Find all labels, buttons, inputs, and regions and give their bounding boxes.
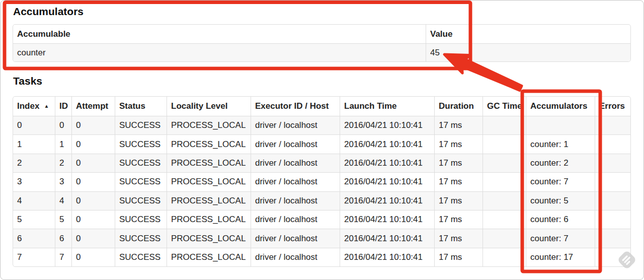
- cell-index: 5: [13, 210, 55, 229]
- col-header-gc-time[interactable]: GC Time: [482, 97, 526, 116]
- cell-accumulators: counter: 17: [526, 248, 595, 266]
- cell-accumulators: [526, 116, 595, 134]
- cell-gc-time: [482, 134, 526, 153]
- cell-attempt: 0: [71, 210, 115, 229]
- cell-accumulators: counter: 2: [526, 154, 595, 172]
- cell-locality-level: PROCESS_LOCAL: [167, 191, 251, 210]
- cell-attempt: 0: [71, 172, 115, 191]
- cell-attempt: 0: [71, 154, 115, 172]
- cell-duration: 17 ms: [434, 229, 482, 247]
- cell-duration: 17 ms: [434, 191, 482, 210]
- cell-launch-time: 2016/04/21 10:10:41: [340, 248, 434, 266]
- cell-duration: 17 ms: [434, 116, 482, 134]
- tasks-table: Index▲ ID Attempt Status Locality Level …: [13, 96, 631, 267]
- col-header-id[interactable]: ID: [55, 97, 71, 116]
- cell-executor-id-host: driver / localhost: [251, 191, 340, 210]
- cell-launch-time: 2016/04/21 10:10:41: [340, 210, 434, 229]
- cell-status: SUCCESS: [115, 191, 167, 210]
- cell-executor-id-host: driver / localhost: [251, 248, 340, 266]
- task-row: 220SUCCESSPROCESS_LOCALdriver / localhos…: [13, 154, 630, 172]
- cell-id: 5: [55, 210, 71, 229]
- cell-status: SUCCESS: [115, 116, 167, 134]
- cell-executor-id-host: driver / localhost: [251, 134, 340, 153]
- cell-index: 4: [13, 191, 55, 210]
- cell-launch-time: 2016/04/21 10:10:41: [340, 154, 434, 172]
- cell-index: 0: [13, 116, 55, 134]
- cell-launch-time: 2016/04/21 10:10:41: [340, 134, 434, 153]
- task-row: 770SUCCESSPROCESS_LOCALdriver / localhos…: [13, 248, 630, 266]
- col-header-status[interactable]: Status: [115, 97, 167, 116]
- cell-errors: [595, 134, 630, 153]
- cell-status: SUCCESS: [115, 210, 167, 229]
- cell-attempt: 0: [71, 191, 115, 210]
- accumulable-row: counter45: [13, 43, 630, 61]
- cell-status: SUCCESS: [115, 134, 167, 153]
- cell-gc-time: [482, 154, 526, 172]
- cell-index: 6: [13, 229, 55, 247]
- cell-errors: [595, 154, 630, 172]
- cell-errors: [595, 116, 630, 134]
- accumulators-table: Accumulable Value counter45: [13, 24, 631, 62]
- cell-accumulators: counter: 5: [526, 191, 595, 210]
- cell-id: 2: [55, 154, 71, 172]
- cell-status: SUCCESS: [115, 248, 167, 266]
- cell-gc-time: [482, 191, 526, 210]
- cell-locality-level: PROCESS_LOCAL: [167, 229, 251, 247]
- cell-duration: 17 ms: [434, 154, 482, 172]
- cell-errors: [595, 172, 630, 191]
- cell-value: 45: [426, 43, 630, 61]
- cell-id: 0: [55, 116, 71, 134]
- col-header-attempt[interactable]: Attempt: [71, 97, 115, 116]
- task-row: 000SUCCESSPROCESS_LOCALdriver / localhos…: [13, 116, 630, 134]
- cell-id: 6: [55, 229, 71, 247]
- cell-executor-id-host: driver / localhost: [251, 116, 340, 134]
- cell-executor-id-host: driver / localhost: [251, 172, 340, 191]
- cell-duration: 17 ms: [434, 172, 482, 191]
- cell-launch-time: 2016/04/21 10:10:41: [340, 116, 434, 134]
- cell-attempt: 0: [71, 229, 115, 247]
- sort-ascending-icon: ▲: [44, 103, 49, 109]
- tasks-section-title: Tasks: [13, 75, 42, 88]
- cell-locality-level: PROCESS_LOCAL: [167, 172, 251, 191]
- accumulators-section-title: Accumulators: [13, 5, 84, 18]
- task-row: 330SUCCESSPROCESS_LOCALdriver / localhos…: [13, 172, 630, 191]
- task-row: 110SUCCESSPROCESS_LOCALdriver / localhos…: [13, 134, 630, 153]
- cell-accumulators: counter: 6: [526, 210, 595, 229]
- cell-gc-time: [482, 116, 526, 134]
- cell-attempt: 0: [71, 116, 115, 134]
- cell-duration: 17 ms: [434, 134, 482, 153]
- cell-errors: [595, 229, 630, 247]
- col-header-duration[interactable]: Duration: [434, 97, 482, 116]
- col-header-executor-id-host[interactable]: Executor ID / Host: [251, 97, 340, 116]
- col-header-locality-level[interactable]: Locality Level: [167, 97, 251, 116]
- cell-attempt: 0: [71, 134, 115, 153]
- col-header-errors[interactable]: Errors: [595, 97, 630, 116]
- task-row: 550SUCCESSPROCESS_LOCALdriver / localhos…: [13, 210, 630, 229]
- cell-id: 4: [55, 191, 71, 210]
- tasks-header-row: Index▲ ID Attempt Status Locality Level …: [13, 97, 630, 116]
- cell-accumulators: counter: 7: [526, 172, 595, 191]
- col-header-accumulable[interactable]: Accumulable: [13, 25, 426, 43]
- col-header-launch-time[interactable]: Launch Time: [340, 97, 434, 116]
- cell-locality-level: PROCESS_LOCAL: [167, 134, 251, 153]
- cell-gc-time: [482, 248, 526, 266]
- cell-accumulators: counter: 7: [526, 229, 595, 247]
- col-header-index[interactable]: Index▲: [13, 97, 55, 116]
- cell-id: 7: [55, 248, 71, 266]
- cell-gc-time: [482, 210, 526, 229]
- col-header-value[interactable]: Value: [426, 25, 630, 43]
- cell-launch-time: 2016/04/21 10:10:41: [340, 172, 434, 191]
- task-row: 660SUCCESSPROCESS_LOCALdriver / localhos…: [13, 229, 630, 247]
- cell-locality-level: PROCESS_LOCAL: [167, 116, 251, 134]
- spark-stage-page: Accumulators Accumulable Value counter45…: [0, 0, 644, 280]
- cell-errors: [595, 210, 630, 229]
- cell-executor-id-host: driver / localhost: [251, 210, 340, 229]
- col-header-accumulators[interactable]: Accumulators: [526, 97, 595, 116]
- cell-duration: 17 ms: [434, 210, 482, 229]
- cell-status: SUCCESS: [115, 172, 167, 191]
- accumulators-header-row: Accumulable Value: [13, 25, 630, 43]
- cell-gc-time: [482, 229, 526, 247]
- cell-executor-id-host: driver / localhost: [251, 229, 340, 247]
- cell-accumulable: counter: [13, 43, 426, 61]
- cell-launch-time: 2016/04/21 10:10:41: [340, 229, 434, 247]
